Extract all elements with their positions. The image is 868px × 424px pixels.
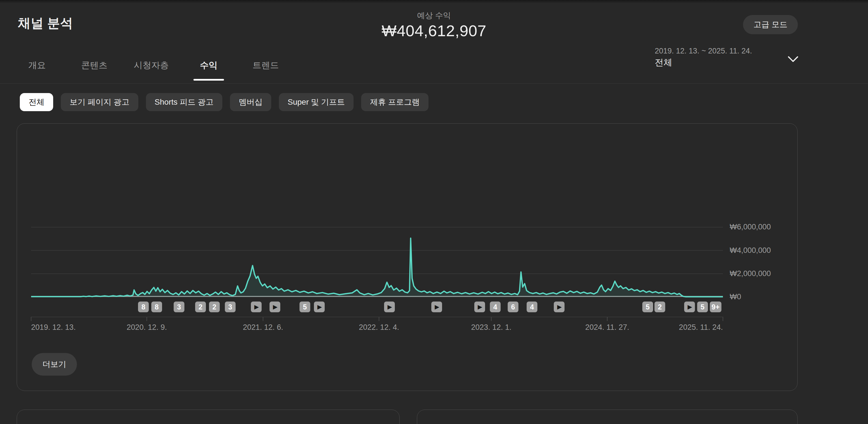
x-axis-label: 2020. 12. 9. [127,323,167,332]
tab-2[interactable]: 시청자층 [134,59,169,71]
filter-chip-3[interactable]: 멤버십 [230,93,271,111]
x-axis-tick [147,317,147,321]
video-marker-count-badge[interactable]: 3 [225,302,236,312]
metric-value: ₩404,612,907 [0,22,868,40]
analytics-page: 채널 분석 고급 모드 2019. 12. 13. ~ 2025. 11. 24… [0,0,868,424]
video-marker-count-badge[interactable]: 2 [654,302,665,312]
video-marker-count-badge[interactable]: 6 [508,302,519,312]
video-marker-play-badge[interactable]: ▶ [314,302,325,312]
filter-chip-1[interactable]: 보기 페이지 광고 [61,93,138,111]
video-marker-play-badge[interactable]: ▶ [270,302,280,312]
play-icon: ▶ [557,303,562,310]
chevron-down-icon[interactable] [787,56,799,63]
x-axis-tick [491,317,492,321]
video-marker-count-badge[interactable]: 4 [490,302,501,312]
y-axis-label: ₩0 [730,293,741,301]
tab-4[interactable]: 트렌드 [253,59,279,71]
metric-label: 예상 수익 [0,10,868,21]
video-marker-play-badge[interactable]: ▶ [474,302,485,312]
date-range-text: 2019. 12. 13. ~ 2025. 11. 24. [655,47,752,55]
next-section-card-right [417,410,798,424]
revenue-filter-chips: 전체보기 페이지 광고Shorts 피드 광고멤버십Super 및 기프트제휴 … [20,93,429,111]
play-icon: ▶ [254,303,259,310]
play-icon: ▶ [273,303,277,310]
video-marker-count-badge[interactable]: 2 [209,302,220,312]
video-marker-play-badge[interactable]: ▶ [251,302,261,312]
date-preset-value[interactable]: 전체 [655,57,672,68]
x-axis-label: 2022. 12. 4. [359,323,399,332]
x-axis-tick [607,317,608,321]
play-icon: ▶ [388,303,392,310]
video-marker-count-badge[interactable]: 8 [151,302,162,312]
video-marker-count-badge[interactable]: 2 [195,302,206,312]
video-marker-count-badge[interactable]: 5 [697,302,708,312]
video-marker-play-badge[interactable]: ▶ [431,302,442,312]
video-marker-play-badge[interactable]: ▶ [684,302,695,312]
video-marker-play-badge[interactable]: ▶ [554,302,564,312]
video-marker-count-badge[interactable]: 8 [138,302,149,312]
video-marker-count-badge[interactable]: 5 [642,302,653,312]
filter-chip-5[interactable]: 제휴 프로그램 [361,93,429,111]
play-icon: ▶ [435,303,439,310]
x-axis-label: 2024. 11. 27. [585,323,629,332]
y-axis-label: ₩2,000,000 [730,269,771,278]
x-axis-tick [263,317,263,321]
play-icon: ▶ [317,303,322,310]
video-marker-count-badge[interactable]: 3 [174,302,184,312]
x-axis-label: 2023. 12. 1. [471,323,512,332]
play-icon: ▶ [478,303,482,310]
video-marker-play-badge[interactable]: ▶ [384,302,395,312]
x-axis-tick [723,317,723,321]
y-axis-label: ₩6,000,000 [730,222,771,231]
video-marker-count-badge[interactable]: 9+ [710,302,721,312]
see-more-button[interactable]: 더보기 [32,353,77,375]
play-icon: ▶ [687,303,692,310]
tab-1[interactable]: 콘텐츠 [81,59,107,71]
tab-0[interactable]: 개요 [28,59,46,71]
filter-chip-0[interactable]: 전체 [20,93,53,111]
next-section-card-left [17,410,400,424]
filter-chip-4[interactable]: Super 및 기프트 [279,93,353,111]
x-axis-tick [31,317,31,321]
revenue-line-chart[interactable] [31,223,723,299]
tab-3[interactable]: 수익 [200,59,217,71]
x-axis-label: 2021. 12. 6. [243,323,283,332]
video-marker-count-badge[interactable]: 4 [527,302,537,312]
filter-chip-2[interactable]: Shorts 피드 광고 [146,93,222,111]
x-axis-tick [379,317,379,321]
x-axis-label: 2025. 11. 24. [679,323,723,332]
x-axis-line [31,317,723,317]
top-shadow [0,0,868,3]
x-axis-label: 2019. 12. 13. [31,323,76,332]
video-marker-count-badge[interactable]: 5 [300,302,310,312]
y-axis-label: ₩4,000,000 [730,246,771,255]
